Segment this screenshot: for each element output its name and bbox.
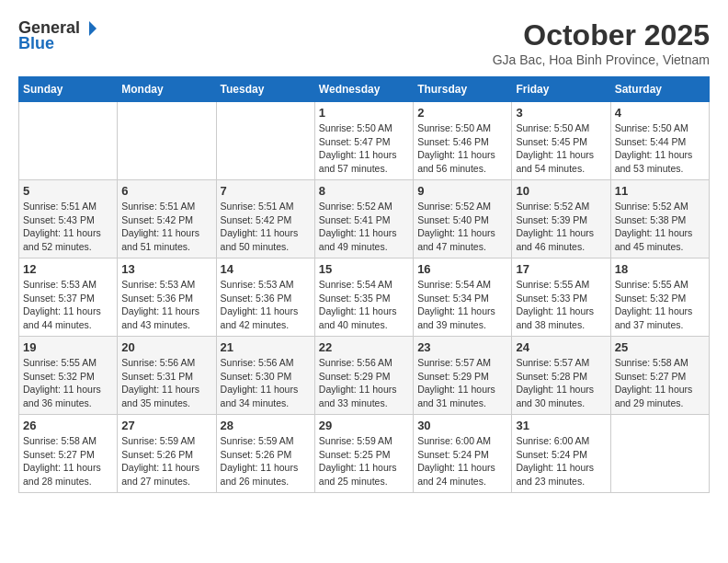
day-info: Sunrise: 5:50 AM Sunset: 5:47 PM Dayligh… — [319, 121, 409, 176]
location-title: GJa Bac, Hoa Binh Province, Vietnam — [493, 52, 710, 67]
title-area: October 2025 GJa Bac, Hoa Binh Province,… — [493, 18, 710, 67]
calendar-cell: 16Sunrise: 5:54 AM Sunset: 5:34 PM Dayli… — [414, 259, 512, 337]
day-number: 22 — [319, 340, 409, 354]
day-info: Sunrise: 5:54 AM Sunset: 5:34 PM Dayligh… — [417, 278, 507, 332]
calendar-cell — [216, 102, 314, 180]
day-number: 29 — [319, 419, 409, 432]
calendar-cell: 20Sunrise: 5:56 AM Sunset: 5:31 PM Dayli… — [118, 337, 216, 415]
calendar-header-cell: Wednesday — [314, 77, 413, 102]
day-info: Sunrise: 5:56 AM Sunset: 5:30 PM Dayligh… — [221, 356, 311, 410]
day-number: 24 — [516, 340, 606, 354]
day-number: 10 — [516, 184, 606, 198]
calendar-cell: 25Sunrise: 5:58 AM Sunset: 5:27 PM Dayli… — [610, 337, 709, 415]
day-info: Sunrise: 6:00 AM Sunset: 5:24 PM Dayligh… — [516, 434, 606, 488]
day-info: Sunrise: 5:52 AM Sunset: 5:40 PM Dayligh… — [417, 200, 507, 254]
calendar-cell: 2Sunrise: 5:50 AM Sunset: 5:46 PM Daylig… — [414, 102, 512, 180]
day-info: Sunrise: 5:57 AM Sunset: 5:29 PM Dayligh… — [417, 356, 507, 410]
day-info: Sunrise: 5:55 AM Sunset: 5:32 PM Dayligh… — [615, 278, 705, 332]
day-info: Sunrise: 5:50 AM Sunset: 5:46 PM Dayligh… — [417, 121, 507, 176]
calendar-cell: 5Sunrise: 5:51 AM Sunset: 5:43 PM Daylig… — [19, 180, 118, 259]
calendar-cell: 29Sunrise: 5:59 AM Sunset: 5:25 PM Dayli… — [314, 415, 413, 493]
calendar-row: 12Sunrise: 5:53 AM Sunset: 5:37 PM Dayli… — [19, 259, 710, 337]
day-info: Sunrise: 5:50 AM Sunset: 5:44 PM Dayligh… — [615, 121, 705, 176]
calendar-cell: 17Sunrise: 5:55 AM Sunset: 5:33 PM Dayli… — [512, 259, 610, 337]
calendar-header-cell: Sunday — [19, 77, 118, 102]
calendar-cell: 28Sunrise: 5:59 AM Sunset: 5:26 PM Dayli… — [216, 415, 314, 493]
day-number: 30 — [417, 419, 507, 432]
day-number: 6 — [121, 184, 211, 198]
calendar-cell: 9Sunrise: 5:52 AM Sunset: 5:40 PM Daylig… — [414, 180, 512, 259]
day-info: Sunrise: 5:52 AM Sunset: 5:38 PM Dayligh… — [615, 200, 705, 254]
day-number: 8 — [319, 184, 409, 198]
day-info: Sunrise: 5:53 AM Sunset: 5:36 PM Dayligh… — [121, 278, 211, 332]
calendar-cell — [118, 102, 216, 180]
day-info: Sunrise: 5:58 AM Sunset: 5:27 PM Dayligh… — [23, 434, 113, 488]
day-number: 26 — [23, 419, 113, 432]
day-info: Sunrise: 6:00 AM Sunset: 5:24 PM Dayligh… — [417, 434, 507, 488]
day-info: Sunrise: 5:53 AM Sunset: 5:37 PM Dayligh… — [23, 278, 113, 332]
calendar-cell: 4Sunrise: 5:50 AM Sunset: 5:44 PM Daylig… — [610, 102, 709, 180]
day-number: 1 — [319, 106, 409, 120]
calendar-cell: 21Sunrise: 5:56 AM Sunset: 5:30 PM Dayli… — [216, 337, 314, 415]
day-info: Sunrise: 5:54 AM Sunset: 5:35 PM Dayligh… — [319, 278, 409, 332]
day-number: 27 — [121, 419, 211, 432]
logo-blue: Blue — [18, 34, 54, 53]
day-info: Sunrise: 5:56 AM Sunset: 5:31 PM Dayligh… — [121, 356, 211, 410]
calendar-row: 26Sunrise: 5:58 AM Sunset: 5:27 PM Dayli… — [19, 415, 710, 493]
day-number: 7 — [221, 184, 311, 198]
calendar-cell: 14Sunrise: 5:53 AM Sunset: 5:36 PM Dayli… — [216, 259, 314, 337]
calendar-header-cell: Friday — [512, 77, 610, 102]
calendar-cell: 6Sunrise: 5:51 AM Sunset: 5:42 PM Daylig… — [118, 180, 216, 259]
calendar-cell: 30Sunrise: 6:00 AM Sunset: 5:24 PM Dayli… — [414, 415, 512, 493]
calendar-header-cell: Thursday — [414, 77, 512, 102]
day-number: 14 — [221, 262, 311, 276]
day-number: 28 — [221, 419, 311, 432]
day-info: Sunrise: 5:50 AM Sunset: 5:45 PM Dayligh… — [516, 121, 606, 176]
day-info: Sunrise: 5:51 AM Sunset: 5:42 PM Dayligh… — [221, 200, 311, 254]
calendar-cell: 31Sunrise: 6:00 AM Sunset: 5:24 PM Dayli… — [512, 415, 610, 493]
calendar-cell: 19Sunrise: 5:55 AM Sunset: 5:32 PM Dayli… — [19, 337, 118, 415]
calendar-cell: 10Sunrise: 5:52 AM Sunset: 5:39 PM Dayli… — [512, 180, 610, 259]
day-number: 19 — [23, 340, 113, 354]
day-number: 25 — [615, 340, 705, 354]
day-info: Sunrise: 5:59 AM Sunset: 5:26 PM Dayligh… — [221, 434, 311, 488]
day-info: Sunrise: 5:51 AM Sunset: 5:43 PM Dayligh… — [23, 200, 113, 254]
day-number: 13 — [121, 262, 211, 276]
day-info: Sunrise: 5:52 AM Sunset: 5:39 PM Dayligh… — [516, 200, 606, 254]
day-number: 20 — [121, 340, 211, 354]
day-number: 18 — [615, 262, 705, 276]
day-number: 16 — [417, 262, 507, 276]
day-info: Sunrise: 5:52 AM Sunset: 5:41 PM Dayligh… — [319, 200, 409, 254]
day-info: Sunrise: 5:57 AM Sunset: 5:28 PM Dayligh… — [516, 356, 606, 410]
day-number: 17 — [516, 262, 606, 276]
day-number: 21 — [221, 340, 311, 354]
month-title: October 2025 — [493, 18, 710, 52]
calendar-cell: 15Sunrise: 5:54 AM Sunset: 5:35 PM Dayli… — [314, 259, 413, 337]
calendar-cell: 22Sunrise: 5:56 AM Sunset: 5:29 PM Dayli… — [314, 337, 413, 415]
day-number: 23 — [417, 340, 507, 354]
calendar-cell: 11Sunrise: 5:52 AM Sunset: 5:38 PM Dayli… — [610, 180, 709, 259]
svg-marker-0 — [89, 21, 97, 36]
calendar-header-cell: Monday — [118, 77, 216, 102]
day-number: 4 — [615, 106, 705, 120]
day-number: 2 — [417, 106, 507, 120]
day-info: Sunrise: 5:55 AM Sunset: 5:33 PM Dayligh… — [516, 278, 606, 332]
day-number: 9 — [417, 184, 507, 198]
calendar-cell: 24Sunrise: 5:57 AM Sunset: 5:28 PM Dayli… — [512, 337, 610, 415]
day-info: Sunrise: 5:56 AM Sunset: 5:29 PM Dayligh… — [319, 356, 409, 410]
calendar-header-cell: Saturday — [610, 77, 709, 102]
calendar-cell: 8Sunrise: 5:52 AM Sunset: 5:41 PM Daylig… — [314, 180, 413, 259]
calendar-body: 1Sunrise: 5:50 AM Sunset: 5:47 PM Daylig… — [19, 102, 710, 493]
day-number: 5 — [23, 184, 113, 198]
calendar-row: 1Sunrise: 5:50 AM Sunset: 5:47 PM Daylig… — [19, 102, 710, 180]
calendar-row: 5Sunrise: 5:51 AM Sunset: 5:43 PM Daylig… — [19, 180, 710, 259]
calendar-cell: 13Sunrise: 5:53 AM Sunset: 5:36 PM Dayli… — [118, 259, 216, 337]
header: General Blue October 2025 GJa Bac, Hoa B… — [18, 18, 710, 67]
day-info: Sunrise: 5:51 AM Sunset: 5:42 PM Dayligh… — [121, 200, 211, 254]
day-number: 3 — [516, 106, 606, 120]
calendar-cell — [610, 415, 709, 493]
calendar-row: 19Sunrise: 5:55 AM Sunset: 5:32 PM Dayli… — [19, 337, 710, 415]
calendar-header-cell: Tuesday — [216, 77, 314, 102]
day-info: Sunrise: 5:58 AM Sunset: 5:27 PM Dayligh… — [615, 356, 705, 410]
calendar: SundayMondayTuesdayWednesdayThursdayFrid… — [18, 76, 710, 493]
